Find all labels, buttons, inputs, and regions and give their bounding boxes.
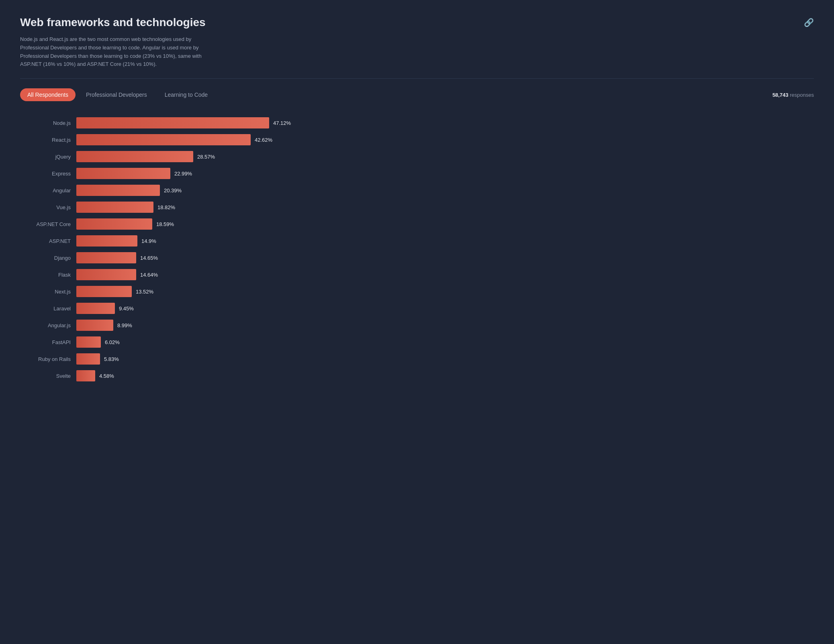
chart-label: ASP.NET Core [20,221,76,227]
chart-label: Laravel [20,306,76,312]
bar-wrapper: 6.02% [76,336,814,348]
bar-wrapper: 20.39% [76,185,814,196]
chart-label: React.js [20,137,76,143]
chart-label: Angular.js [20,322,76,328]
chart-label: Django [20,255,76,261]
bar-wrapper: 4.58% [76,370,814,381]
chart-label: Express [20,171,76,177]
chart-label: Svelte [20,373,76,379]
chart-label: Next.js [20,289,76,295]
bar-wrapper: 9.45% [76,303,814,314]
filter-btn-professional-developers[interactable]: Professional Developers [79,88,154,101]
bar-wrapper: 18.59% [76,218,814,230]
bar-value-label: 14.64% [140,272,158,278]
bar [76,269,136,280]
bar-value-label: 28.57% [197,154,215,160]
chart-row: Flask14.64% [20,269,814,280]
chart-row: Vue.js18.82% [20,202,814,213]
bar-wrapper: 42.62% [76,134,814,145]
bar-wrapper: 14.9% [76,235,814,247]
bar [76,185,160,196]
bar [76,303,115,314]
bar-wrapper: 13.52% [76,286,814,297]
bar-wrapper: 47.12% [76,117,814,128]
bar-wrapper: 18.82% [76,202,814,213]
chart-row: Next.js13.52% [20,286,814,297]
bar-value-label: 42.62% [255,137,272,143]
chart-label: Vue.js [20,204,76,210]
bar-value-label: 5.83% [104,356,119,362]
chart-container: Node.js47.12%React.js42.62%jQuery28.57%E… [20,117,814,381]
chart-label: Angular [20,187,76,194]
chart-row: ASP.NET Core18.59% [20,218,814,230]
chart-label: FastAPI [20,339,76,345]
chart-row: Ruby on Rails5.83% [20,353,814,365]
bar-value-label: 4.58% [99,373,114,379]
chart-row: Angular.js8.99% [20,320,814,331]
chart-label: Node.js [20,120,76,126]
bar-wrapper: 28.57% [76,151,814,162]
page-header: 🔗 Web frameworks and technologies Node.j… [20,16,814,69]
chart-row: FastAPI6.02% [20,336,814,348]
bar-value-label: 14.65% [140,255,158,261]
page-title: Web frameworks and technologies [20,16,814,29]
chart-row: React.js42.62% [20,134,814,145]
chart-row: ASP.NET14.9% [20,235,814,247]
bar-wrapper: 22.99% [76,168,814,179]
bar [76,336,101,348]
bar-wrapper: 14.64% [76,269,814,280]
section-divider [20,78,814,79]
response-count: 58,743 responses [773,92,814,98]
bar-value-label: 9.45% [119,306,134,312]
chart-row: Django14.65% [20,252,814,263]
bar-wrapper: 8.99% [76,320,814,331]
bar [76,235,137,247]
chart-row: jQuery28.57% [20,151,814,162]
bar-value-label: 18.82% [157,204,175,210]
chart-label: ASP.NET [20,238,76,244]
filter-btn-all-respondents[interactable]: All Respondents [20,88,76,101]
bar [76,353,100,365]
bar-value-label: 20.39% [164,187,182,194]
bar [76,370,95,381]
bar-value-label: 14.9% [141,238,156,244]
chart-label: Ruby on Rails [20,356,76,362]
bar-value-label: 8.99% [117,322,132,328]
bar [76,286,132,297]
bar [76,252,136,263]
chart-row: Svelte4.58% [20,370,814,381]
bar [76,151,193,162]
bar-value-label: 18.59% [156,221,174,227]
bar-value-label: 13.52% [136,289,153,295]
description-text: Node.js and React.js are the two most co… [20,35,221,69]
page-container: 🔗 Web frameworks and technologies Node.j… [20,16,814,381]
chart-row: Laravel9.45% [20,303,814,314]
chart-label: jQuery [20,154,76,160]
bar-wrapper: 14.65% [76,252,814,263]
chart-row: Express22.99% [20,168,814,179]
bar [76,218,152,230]
chart-row: Angular20.39% [20,185,814,196]
bar [76,320,113,331]
chart-row: Node.js47.12% [20,117,814,128]
bar [76,168,170,179]
bar [76,202,153,213]
bar [76,134,251,145]
filter-bar: All RespondentsProfessional DevelopersLe… [20,88,814,101]
chart-label: Flask [20,272,76,278]
link-icon[interactable]: 🔗 [804,18,814,27]
bar-value-label: 6.02% [105,339,120,345]
bar-value-label: 47.12% [273,120,291,126]
bar-value-label: 22.99% [174,171,192,177]
bar [76,117,269,128]
response-count-value: 58,743 [773,92,789,98]
filter-btn-learning-to-code[interactable]: Learning to Code [157,88,215,101]
bar-wrapper: 5.83% [76,353,814,365]
response-count-label: responses [790,92,814,98]
